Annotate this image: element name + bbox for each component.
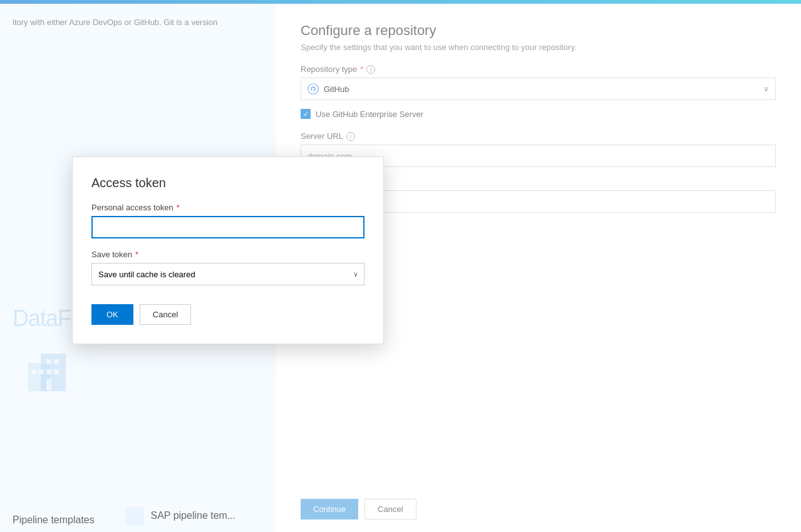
personal-token-label: Personal access token * — [91, 203, 364, 212]
ok-button[interactable]: OK — [91, 304, 133, 325]
modal-title: Access token — [91, 176, 364, 190]
save-token-select-wrapper: Save until cache is cleared Do not save … — [91, 263, 364, 285]
personal-token-input[interactable] — [91, 216, 364, 238]
cancel-button[interactable]: Cancel — [140, 304, 191, 325]
personal-token-required: * — [177, 203, 180, 212]
modal-buttons: OK Cancel — [91, 304, 364, 325]
save-token-label: Save token * — [91, 250, 364, 259]
save-token-select[interactable]: Save until cache is cleared Do not save … — [91, 263, 364, 285]
access-token-modal: Access token Personal access token * Sav… — [72, 156, 384, 344]
save-token-required: * — [135, 250, 138, 259]
